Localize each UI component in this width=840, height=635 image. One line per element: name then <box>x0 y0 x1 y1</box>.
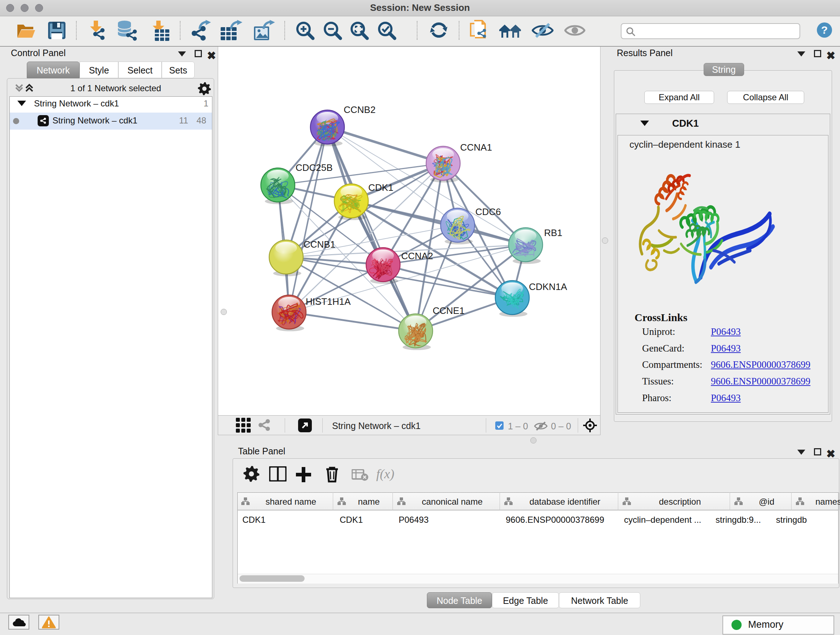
svg-text:CDK1: CDK1 <box>368 182 393 193</box>
svg-text:CDC25B: CDC25B <box>295 162 333 173</box>
svg-text:CCNE1: CCNE1 <box>433 305 464 316</box>
svg-text:RB1: RB1 <box>544 227 562 238</box>
svg-text:CCNB1: CCNB1 <box>303 239 335 250</box>
svg-text:CDKN1A: CDKN1A <box>529 281 567 292</box>
svg-text:HIST1H1A: HIST1H1A <box>306 296 351 307</box>
svg-text:CCNB2: CCNB2 <box>344 104 376 115</box>
svg-text:CCNA2: CCNA2 <box>401 250 433 261</box>
svg-text:CCNA1: CCNA1 <box>460 142 492 153</box>
svg-text:CDC6: CDC6 <box>475 206 501 217</box>
